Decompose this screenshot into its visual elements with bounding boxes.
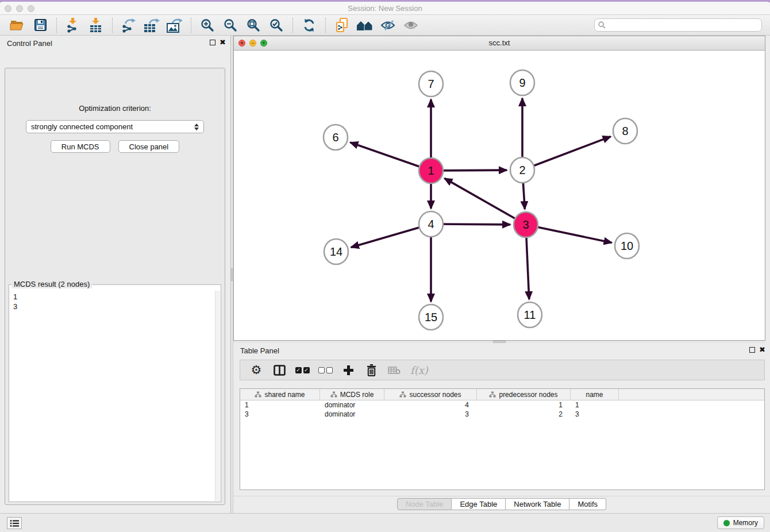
tab-network-table[interactable]: Network Table <box>506 498 569 510</box>
node-table[interactable]: shared nameMCDS rolesuccessor nodesprede… <box>240 388 765 490</box>
float-panel-icon[interactable] <box>210 40 215 45</box>
table-settings-button[interactable]: ⚙ <box>246 362 267 378</box>
graph-node-11[interactable]: 11 <box>518 302 542 327</box>
save-session-button[interactable] <box>29 17 52 34</box>
graph-edge-3-1[interactable] <box>444 178 526 225</box>
network-canvas[interactable]: 1234678910111415 <box>234 51 765 340</box>
table-cell[interactable]: 2 <box>477 410 571 418</box>
export-image-icon <box>167 18 183 33</box>
graph-node-label: 6 <box>332 131 338 144</box>
table-cell[interactable]: 3 <box>240 410 320 418</box>
import-network-icon <box>66 18 80 33</box>
toolbar-separator <box>325 18 326 33</box>
import-network-button[interactable] <box>61 17 84 34</box>
export-network-button[interactable] <box>117 17 140 34</box>
tab-edge-table[interactable]: Edge Table <box>452 498 506 510</box>
search-input[interactable] <box>608 21 758 29</box>
unselect-all-columns-button[interactable] <box>315 362 336 378</box>
column-header-predecessor-nodes[interactable]: predecessor nodes <box>477 389 571 400</box>
column-header-shared-name[interactable]: shared name <box>240 389 320 400</box>
optimization-criterion-dropdown[interactable]: strongly connected component <box>26 120 204 133</box>
show-column-panel-button[interactable] <box>269 362 290 378</box>
graph-edge-2-8[interactable] <box>522 137 611 170</box>
network-window-titlebar[interactable]: × − + scc.txt <box>234 36 765 51</box>
close-panel-icon[interactable]: ✖ <box>759 346 765 353</box>
mcds-result-text[interactable]: 1 3 <box>10 291 215 501</box>
table-cell[interactable]: 3 <box>384 410 477 418</box>
table-panel: Table Panel ✖ ⚙ ✓✓ f(x) shared nameMCDS … <box>233 343 770 513</box>
list-icon <box>10 519 19 527</box>
toolbar-separator <box>112 18 113 33</box>
toolbar-separator <box>292 18 293 33</box>
graph-node-2[interactable]: 2 <box>510 157 534 183</box>
table-cell[interactable]: 1 <box>477 401 571 409</box>
gear-icon: ⚙ <box>251 363 262 377</box>
add-column-button[interactable] <box>338 362 359 378</box>
graph-node-15[interactable]: 15 <box>419 304 443 330</box>
graph-node-9[interactable]: 9 <box>510 70 534 95</box>
export-image-button[interactable] <box>163 17 186 34</box>
splitter-grip[interactable] <box>231 268 233 281</box>
mcds-panel-body: Optimization criterion: strongly connect… <box>5 68 225 505</box>
clone-network-button[interactable] <box>330 17 353 34</box>
graph-node-label: 1 <box>428 164 434 177</box>
graph-node-label: 15 <box>425 311 437 323</box>
table-row[interactable]: 1dominator411 <box>240 400 764 410</box>
run-mcds-button[interactable]: Run MCDS <box>51 140 110 153</box>
zoom-out-button[interactable] <box>219 17 242 34</box>
close-panel-icon[interactable]: ✖ <box>220 38 226 46</box>
graph-node-14[interactable]: 14 <box>324 239 348 264</box>
table-cell[interactable]: dominator <box>320 410 384 418</box>
export-table-button[interactable] <box>140 17 163 34</box>
float-panel-icon[interactable] <box>749 347 755 353</box>
graph-edge-3-10[interactable] <box>526 225 612 242</box>
function-builder-button[interactable]: f(x) <box>410 364 428 376</box>
hide-graphics-button[interactable] <box>376 17 399 34</box>
graph-node-label: 2 <box>519 164 525 176</box>
table-cell[interactable]: dominator <box>320 401 384 409</box>
search-field[interactable] <box>594 18 762 32</box>
table-header-row: shared nameMCDS rolesuccessor nodesprede… <box>240 389 764 400</box>
zoom-in-button[interactable] <box>196 17 219 34</box>
graph-node-1[interactable]: 1 <box>419 158 443 183</box>
column-header-label: successor nodes <box>409 391 461 399</box>
open-session-button[interactable] <box>6 17 29 34</box>
table-row[interactable]: 3dominator323 <box>240 410 764 419</box>
refresh-button[interactable] <box>298 17 321 34</box>
save-icon <box>34 19 47 31</box>
table-cell[interactable]: 1 <box>240 401 320 409</box>
zoom-in-icon <box>201 18 214 32</box>
table-tabs: Node Table Edge Table Network Table Moti… <box>233 498 770 510</box>
table-cell[interactable]: 3 <box>571 410 619 418</box>
graph-node-8[interactable]: 8 <box>613 118 637 144</box>
mcds-result-scrollbar[interactable] <box>215 291 220 501</box>
column-header-successor-nodes[interactable]: successor nodes <box>384 389 477 400</box>
select-all-columns-button[interactable]: ✓✓ <box>292 362 313 378</box>
zoom-fit-button[interactable] <box>242 17 265 34</box>
graph-node-10[interactable]: 10 <box>615 233 639 259</box>
delete-column-button[interactable] <box>361 362 382 378</box>
task-history-button[interactable] <box>7 517 22 529</box>
graph-node-6[interactable]: 6 <box>324 125 348 150</box>
graph-node-4[interactable]: 4 <box>419 211 443 237</box>
table-cell[interactable]: 1 <box>571 401 619 409</box>
column-header-name[interactable]: name <box>571 389 619 400</box>
memory-button[interactable]: Memory <box>717 516 764 529</box>
table-panel-header: Table Panel ✖ <box>233 343 770 358</box>
zoom-selected-button[interactable] <box>265 17 288 34</box>
show-eye-icon <box>403 20 418 30</box>
show-graphics-button[interactable] <box>399 17 422 34</box>
import-table-button[interactable] <box>84 17 107 34</box>
tab-node-table[interactable]: Node Table <box>397 498 452 510</box>
column-header-MCDS-role[interactable]: MCDS role <box>320 389 384 400</box>
network-graph: 1234678910111415 <box>234 51 765 340</box>
window-title: Session: New Session <box>0 4 770 13</box>
tab-motifs[interactable]: Motifs <box>569 498 606 510</box>
home-networks-button[interactable] <box>353 17 376 34</box>
trash-icon <box>366 364 377 376</box>
graph-node-3[interactable]: 3 <box>514 212 538 237</box>
delete-table-button[interactable] <box>384 362 405 378</box>
close-panel-button[interactable]: Close panel <box>118 140 180 153</box>
graph-node-7[interactable]: 7 <box>419 71 443 97</box>
table-cell[interactable]: 4 <box>384 401 477 409</box>
